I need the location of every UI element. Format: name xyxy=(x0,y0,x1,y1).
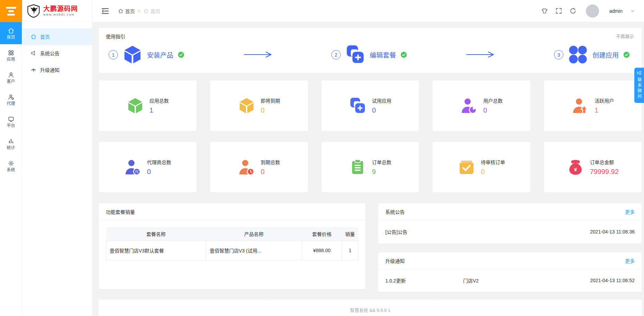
breadcrumb-separator: > xyxy=(138,8,140,14)
sidebar-item-upgrade-notices[interactable]: 升级通知 xyxy=(22,61,92,78)
check-circle-icon xyxy=(401,51,407,58)
sidebar-item-label: 系统公告 xyxy=(40,50,59,57)
rail-item-label: 首页 xyxy=(7,35,15,39)
stat-card-total-expired[interactable]: 到期总数0 xyxy=(210,142,308,193)
horn-icon xyxy=(30,50,37,56)
upgrades-header: 升级通知 更多 xyxy=(378,252,642,269)
guide-step-install-product[interactable]: 1 安装产品 xyxy=(109,45,184,65)
upgrade-time: 2021-04-13 11:06:52 xyxy=(590,278,635,283)
logo-bars-icon xyxy=(6,7,16,16)
breadcrumb-home[interactable]: 首页 xyxy=(118,8,135,15)
stat-card-total-apps[interactable]: 应用总数1 xyxy=(99,80,197,131)
rail-item-label: 统计 xyxy=(7,146,15,150)
cube-icon xyxy=(127,97,144,114)
upgrades-more-link[interactable]: 更多 xyxy=(625,257,635,264)
rail-item-agents[interactable]: 代理 xyxy=(0,88,22,111)
sales-card-header: 功能套餐销量 xyxy=(99,203,365,220)
stat-card-order-amount[interactable]: ¥ 订单总金额79999.92 xyxy=(544,142,642,193)
header-actions: admin xyxy=(541,4,635,18)
stat-value: 0 xyxy=(261,106,280,114)
stat-label: 到期总数 xyxy=(261,159,280,165)
theme-icon[interactable] xyxy=(541,8,548,14)
icon-rail: 首页 应用 客户 代理 平台 统计 系统 xyxy=(0,0,22,316)
refresh-icon[interactable] xyxy=(570,8,576,14)
rail-item-stats[interactable]: 统计 xyxy=(0,133,22,155)
sidebar-item-label: 升级通知 xyxy=(40,66,59,73)
step-number-badge: 3 xyxy=(554,50,563,59)
gear-icon xyxy=(8,160,15,167)
rail-item-home[interactable]: 首页 xyxy=(0,22,22,44)
user-avatar[interactable] xyxy=(586,4,599,18)
rail-item-label: 应用 xyxy=(7,57,15,61)
stat-value: 0 xyxy=(481,168,505,176)
rail-item-label: 代理 xyxy=(7,102,15,106)
fullscreen-icon[interactable] xyxy=(555,8,562,14)
username[interactable]: admin xyxy=(609,8,623,14)
stat-card-expiring-soon[interactable]: 即将到期0 xyxy=(210,80,308,131)
step-label: 安装产品 xyxy=(147,50,173,59)
stat-card-trial-apps[interactable]: 试用应用0 xyxy=(321,80,420,131)
contact-tab-label: 联系顾问 xyxy=(637,77,641,99)
rail-item-platform[interactable]: 平台 xyxy=(0,111,22,133)
upgrade-row[interactable]: 1.0.2更新 门店V2 2021-04-13 11:06:52 xyxy=(378,269,642,292)
stat-label: 用户总数 xyxy=(483,97,503,104)
stat-label: 订单总金额 xyxy=(590,159,618,165)
arrow-right-icon xyxy=(243,51,273,58)
breadcrumb-current[interactable]: 首页 xyxy=(143,8,160,15)
usage-guide-card: 使用指引 不再展示 1 安装产品 2 编辑套餐 3 xyxy=(99,28,642,73)
stat-card-total-agents[interactable]: 代 代理商总数0 xyxy=(99,142,197,193)
guide-step-create-app[interactable]: 3 创建应用 xyxy=(554,45,630,65)
guide-step-edit-package[interactable]: 2 编辑套餐 xyxy=(331,45,407,65)
rail-item-apps[interactable]: 应用 xyxy=(0,44,22,66)
package-icon xyxy=(349,97,366,114)
upgrade-product: 门店V2 xyxy=(463,277,479,284)
stat-value: 79999.92 xyxy=(590,168,618,176)
contact-advisor-tab[interactable]: 联系顾问 xyxy=(634,68,644,103)
rail-item-label: 客户 xyxy=(7,79,15,84)
arrow-right-icon xyxy=(466,51,495,58)
step-label: 编辑套餐 xyxy=(370,50,396,59)
cell-sales-count: 1 xyxy=(342,241,358,260)
stat-card-total-users[interactable]: 用户总数0 xyxy=(432,80,531,131)
stat-value: 0 xyxy=(147,168,171,176)
announcements-more-link[interactable]: 更多 xyxy=(625,208,635,215)
announcement-row[interactable]: [公告]公告 2021-04-13 11:06:36 xyxy=(378,220,642,243)
announcements-header: 系统公告 更多 xyxy=(378,203,642,220)
announcement-text: [公告]公告 xyxy=(385,228,407,235)
sales-card-title: 功能套餐销量 xyxy=(106,208,135,215)
app-logo-button[interactable] xyxy=(0,0,22,22)
stat-card-total-orders[interactable]: 订单总数9 xyxy=(321,142,420,193)
stat-value: 1 xyxy=(149,106,169,114)
rail-item-label: 系统 xyxy=(7,168,15,172)
sidebar-item-announcements[interactable]: 系统公告 xyxy=(22,45,92,61)
top-header: 首页 > 首页 admin xyxy=(92,0,644,22)
stats-grid: 应用总数1 即将到期0 试用应用0 用户总数0 活跃用户1 代 代理商总数0 xyxy=(99,80,642,193)
rail-item-customers[interactable]: 客户 xyxy=(0,66,22,88)
brand-area[interactable]: 大鹏源码网 www.wobbt.com xyxy=(22,0,92,22)
sales-table: 套餐名称 产品名称 套餐价格 销量 壹佰智慧门店V3默认套餐 壹佰智慧门店V3 … xyxy=(106,227,358,260)
check-circle-icon xyxy=(178,51,184,58)
cell-package-name: 壹佰智慧门店V3默认套餐 xyxy=(106,241,206,260)
stat-label: 代理商总数 xyxy=(147,159,171,165)
step-number-badge: 1 xyxy=(109,50,118,59)
stat-card-active-users[interactable]: 活跃用户1 xyxy=(544,80,642,131)
step-number-badge: 2 xyxy=(331,50,341,59)
breadcrumb: 首页 > 首页 xyxy=(118,8,160,15)
sidebar-collapse-icon[interactable] xyxy=(101,8,109,14)
breadcrumb-label: 首页 xyxy=(125,8,135,15)
brand-url: www.wobbt.com xyxy=(43,13,78,16)
main-content: 使用指引 不再展示 1 安装产品 2 编辑套餐 3 xyxy=(92,22,644,316)
home-icon xyxy=(118,8,123,14)
stat-card-pending-orders[interactable]: 待审核订单0 xyxy=(432,142,531,193)
rail-item-system[interactable]: 系统 xyxy=(0,155,22,177)
chevron-down-icon[interactable] xyxy=(630,9,635,13)
footer-text: 智慧系统 && 9.9.9 1 xyxy=(350,307,390,313)
sales-table-header-row: 套餐名称 产品名称 套餐价格 销量 xyxy=(106,227,358,241)
user-pie-icon xyxy=(460,97,478,114)
bottom-section: 功能套餐销量 套餐名称 产品名称 套餐价格 销量 壹佰智慧门店V3默认套餐 xyxy=(99,203,642,292)
brand-name: 大鹏源码网 xyxy=(43,6,78,12)
stat-value: 1 xyxy=(595,106,614,114)
sidebar-item-home[interactable]: 首页 xyxy=(22,28,92,45)
guide-dismiss-link[interactable]: 不再展示 xyxy=(616,33,634,39)
check-circle-icon xyxy=(623,51,630,58)
